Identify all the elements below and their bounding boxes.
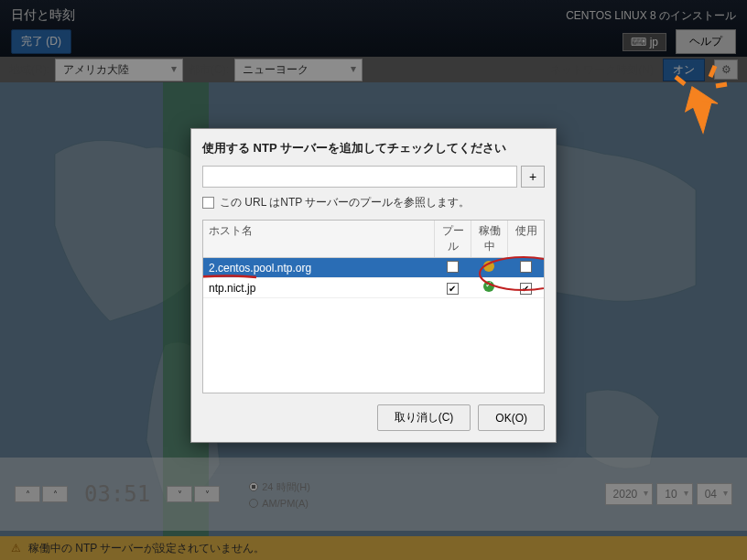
status-ok-icon (483, 281, 494, 292)
column-use[interactable]: 使用 (507, 221, 544, 257)
cell-host: ntp.nict.jp (203, 280, 434, 296)
checkbox-icon[interactable] (520, 283, 532, 295)
cell-host: 2.centos.pool.ntp.org (203, 260, 434, 276)
column-pool[interactable]: プール (434, 221, 471, 257)
ntp-server-table: ホスト名 プール 稼働中 使用 2.centos.pool.ntp.orgntp… (202, 220, 545, 393)
add-server-button[interactable]: + (521, 166, 545, 188)
cell-pool[interactable] (434, 282, 471, 295)
table-row[interactable]: 2.centos.pool.ntp.org (203, 258, 544, 278)
cell-use[interactable] (507, 261, 544, 275)
dialog-title: 使用する NTP サーバーを追加してチェックしてください (202, 140, 545, 156)
pool-checkbox-label: この URL はNTP サーバーのプールを参照します。 (220, 195, 470, 210)
cell-working (471, 261, 507, 275)
pool-checkbox[interactable] (202, 197, 214, 209)
checkbox-icon[interactable] (447, 261, 459, 273)
cell-pool[interactable] (434, 261, 471, 275)
cell-working (471, 281, 507, 295)
ntp-server-input[interactable] (202, 166, 517, 188)
status-warn-icon (483, 261, 494, 272)
table-row[interactable]: ntp.nict.jp (203, 278, 544, 298)
cell-use[interactable] (507, 282, 544, 295)
ok-button[interactable]: OK(O) (478, 404, 545, 431)
checkbox-icon[interactable] (520, 261, 532, 273)
checkbox-icon[interactable] (447, 283, 459, 295)
cancel-button[interactable]: 取り消し(C) (377, 404, 471, 431)
column-host[interactable]: ホスト名 (203, 221, 434, 257)
column-working[interactable]: 稼働中 (471, 221, 507, 257)
ntp-dialog: 使用する NTP サーバーを追加してチェックしてください + この URL はN… (190, 128, 557, 443)
